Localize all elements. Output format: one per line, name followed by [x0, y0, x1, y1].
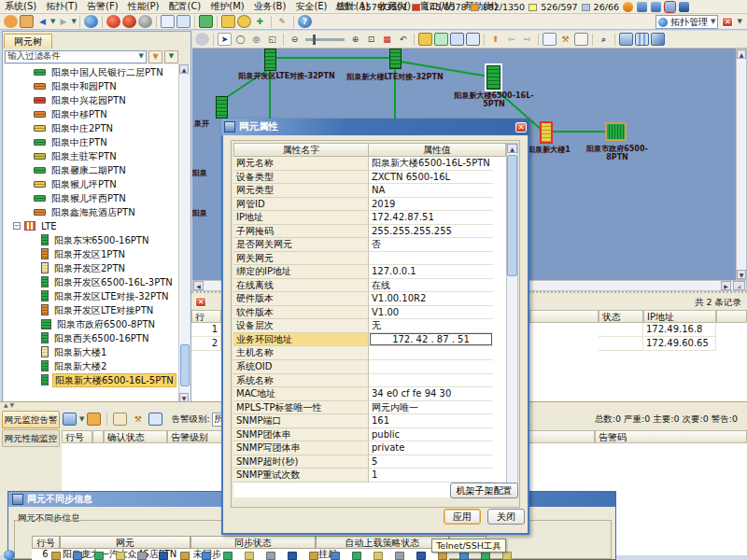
sync-col-row[interactable]: 行号: [32, 536, 60, 549]
zoom-select-icon[interactable]: ◎: [249, 33, 263, 46]
tree-item[interactable]: 阳泉馨康二期PTN: [34, 163, 128, 176]
new-group-icon[interactable]: [434, 33, 448, 46]
user-icon[interactable]: [4, 15, 18, 28]
menu-performance[interactable]: 性能(P): [123, 0, 164, 13]
sync-col-sync[interactable]: 同步状态: [190, 536, 316, 549]
window-tile-icon[interactable]: [161, 15, 175, 28]
prop-value[interactable]: V1.00: [369, 306, 493, 320]
tab-ne-tree[interactable]: 网元树: [4, 34, 52, 49]
taskbar-icon[interactable]: [374, 552, 383, 560]
tree-item[interactable]: 阳泉中庄2PTN: [34, 121, 115, 134]
grid-view-icon[interactable]: ▦: [380, 33, 394, 46]
status-globe-icon[interactable]: [4, 550, 15, 560]
search-binocular-icon[interactable]: ⌕: [597, 33, 611, 46]
col-attr-name[interactable]: 属性名字: [233, 143, 369, 157]
tree-item[interactable]: 阳泉中庄PTN: [34, 135, 109, 148]
zoom-window-icon[interactable]: ◱: [265, 33, 279, 46]
prop-value[interactable]: 161: [369, 414, 493, 428]
taskbar-icon[interactable]: [51, 552, 61, 560]
prop-value[interactable]: [369, 346, 493, 360]
window-layout2-icon[interactable]: [635, 33, 649, 46]
menu-maintain[interactable]: 维护(M): [205, 0, 248, 13]
prop-value[interactable]: [369, 360, 493, 374]
menu-config[interactable]: 配置(C): [163, 0, 205, 13]
record-col-row[interactable]: 行: [191, 310, 221, 323]
overview-icon[interactable]: [543, 33, 557, 46]
globe-icon[interactable]: [84, 15, 98, 28]
tree-item[interactable]: 阳泉猴儿坪西PTN: [34, 191, 128, 204]
close-button[interactable]: 关闭: [487, 509, 525, 525]
tool-wrench-icon[interactable]: ⚒: [131, 413, 145, 426]
topo-node-xindalou-lte[interactable]: [389, 49, 402, 69]
back-nav-dropdown-icon[interactable]: ▼: [50, 19, 55, 25]
tree-item[interactable]: 阳泉开发区6500-16L-3PTN: [41, 275, 175, 288]
zoom-in-icon[interactable]: ⊕: [348, 33, 362, 46]
canvas-vscrollbar[interactable]: ▲▼: [736, 49, 747, 280]
alarm-helmet-icon[interactable]: [138, 15, 152, 28]
tree-item[interactable]: 阳泉中和园PTN: [34, 79, 119, 92]
window-layout3-icon[interactable]: [651, 33, 665, 46]
tree-item[interactable]: 阳泉中移PTN: [34, 107, 109, 120]
history-alarm-icon[interactable]: [122, 15, 136, 28]
window-cascade-icon[interactable]: [176, 15, 190, 28]
topo-node-xindalou-6500-selected[interactable]: [486, 65, 500, 90]
record-status-cell[interactable]: [599, 337, 643, 351]
prop-value[interactable]: 在线: [369, 279, 493, 293]
col-attr-value[interactable]: 属性值: [369, 143, 506, 157]
current-alarm-icon[interactable]: [106, 15, 120, 28]
taskbar-icon[interactable]: [309, 552, 318, 560]
back-nav-icon[interactable]: ◀: [35, 15, 49, 28]
taskbar-icon[interactable]: [438, 552, 447, 560]
alarm-col-row[interactable]: 行号: [62, 430, 92, 443]
topo-node-shizhengfu[interactable]: [605, 122, 627, 141]
prop-value[interactable]: ZXCTN 6500-16L: [369, 171, 493, 185]
record-ip-cell[interactable]: 172.49.60.65: [643, 337, 716, 351]
menu-service[interactable]: 业务(B): [249, 0, 291, 13]
taskbar-icon[interactable]: [223, 552, 233, 560]
taskbar-icon[interactable]: [245, 552, 254, 560]
prop-value[interactable]: 网元内唯一: [369, 401, 493, 415]
record-row-num[interactable]: 2: [191, 337, 221, 351]
clock-key-icon[interactable]: [237, 15, 251, 28]
pen-icon[interactable]: ✎: [275, 15, 289, 28]
taskbar-icon[interactable]: [159, 552, 168, 560]
taskbar-icon[interactable]: [395, 552, 404, 560]
notebook-icon[interactable]: [679, 2, 689, 12]
chart-close-icon[interactable]: [665, 2, 675, 12]
tree-item[interactable]: 阳泉中兴花园PTN: [34, 93, 128, 106]
taskbar-icon[interactable]: [481, 552, 490, 560]
tree-item-selected[interactable]: 阳泉新大楼6500-16L-5PTN: [41, 373, 176, 386]
filter-dropdown-icon[interactable]: ▼: [139, 53, 144, 60]
taskbar-icon[interactable]: [331, 552, 340, 560]
topo-node-kaifaqu-lte[interactable]: [264, 49, 276, 71]
sync-col-policy[interactable]: 自动上载策略状态: [316, 536, 449, 549]
taskbar-icon[interactable]: [116, 552, 125, 560]
prop-value[interactable]: [369, 374, 493, 388]
taskbar-icon[interactable]: [202, 552, 211, 560]
prop-value[interactable]: 阳泉新大楼6500-16L-5PTN: [369, 157, 493, 171]
prop-value[interactable]: 127.0.0.1: [369, 265, 493, 279]
tree-item[interactable]: 阳泉鑫海苑酒店PTN: [34, 205, 137, 218]
scroll-down-icon[interactable]: ▼: [737, 270, 746, 279]
prop-value[interactable]: 5: [369, 455, 493, 469]
export-dropdown-icon[interactable]: ▼: [79, 416, 84, 423]
window-layout1-icon[interactable]: [619, 33, 633, 46]
prop-value[interactable]: 否: [369, 238, 493, 252]
undo-icon[interactable]: ↶: [396, 33, 410, 46]
print-icon[interactable]: [87, 413, 101, 426]
sync-col-ne[interactable]: 网元: [60, 536, 190, 549]
chart-panel-icon[interactable]: [637, 2, 647, 12]
record-panel-close-icon[interactable]: ✕: [195, 297, 206, 307]
prop-scroll-up-icon[interactable]: ▲: [507, 144, 517, 153]
user-edit-icon[interactable]: [20, 15, 34, 28]
taskbar-icon[interactable]: [416, 552, 426, 560]
record-status-cell[interactable]: [599, 323, 643, 337]
close-view-dropdown-icon[interactable]: ▼: [737, 19, 741, 25]
tab-ne-alarm-monitor[interactable]: 网元监控告警: [2, 411, 60, 428]
prop-value[interactable]: V1.00.10R2: [369, 292, 493, 306]
close-view-button[interactable]: ✕: [722, 17, 733, 27]
view-selector[interactable]: 拓扑管理 ▼: [655, 15, 718, 29]
tab-ne-perf-monitor[interactable]: 网元性能监控: [2, 429, 60, 447]
up-level-icon[interactable]: ⬆: [488, 33, 502, 46]
tree-item[interactable]: 阳泉市政府6500-8PTN: [41, 317, 157, 330]
